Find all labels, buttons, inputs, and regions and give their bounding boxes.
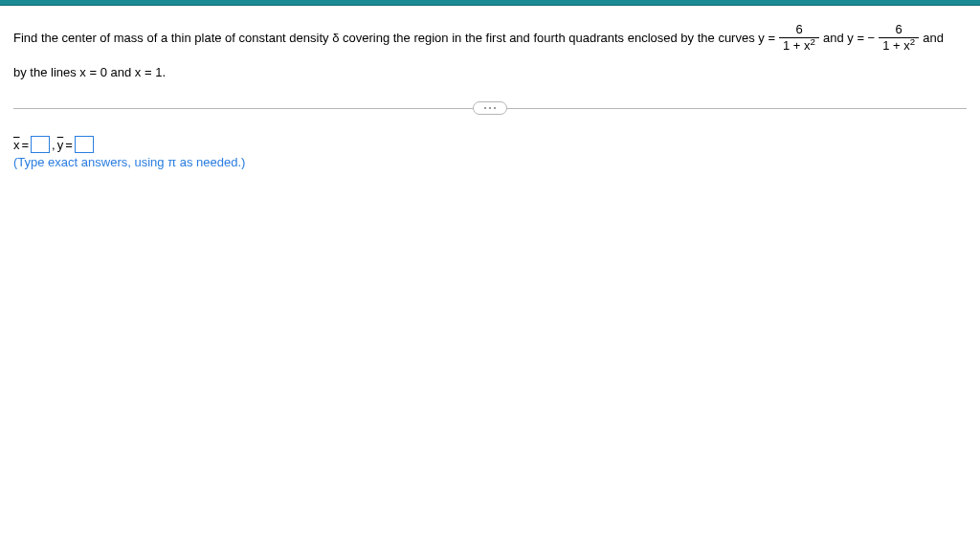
answer-line: x = , y = <box>13 136 967 153</box>
ybar-label: y <box>57 138 64 152</box>
equals-2: = <box>65 138 73 152</box>
fraction-1: 6 1 + x2 <box>779 23 819 54</box>
frac1-den: 1 + x2 <box>779 39 819 53</box>
comma: , <box>52 138 56 152</box>
xbar-input[interactable] <box>31 136 50 153</box>
question-content: Find the center of mass of a thin plate … <box>0 6 980 169</box>
question-text: Find the center of mass of a thin plate … <box>13 23 967 81</box>
question-mid1: and y = − <box>823 29 875 48</box>
equals-1: = <box>22 138 30 152</box>
frac1-num: 6 <box>790 23 808 36</box>
fraction-2: 6 1 + x2 <box>879 23 919 54</box>
frac1-den-sup: 2 <box>811 36 815 47</box>
expand-button[interactable] <box>473 101 507 115</box>
frac2-den: 1 + x2 <box>879 39 919 53</box>
question-part1: Find the center of mass of a thin plate … <box>13 29 775 48</box>
answer-hint: (Type exact answers, using π as needed.) <box>13 155 967 169</box>
frac2-num: 6 <box>890 23 908 36</box>
xbar-label: x <box>13 138 20 152</box>
ybar-input[interactable] <box>75 136 94 153</box>
frac1-den-pre: 1 + x <box>783 38 811 53</box>
frac2-den-sup: 2 <box>910 36 915 47</box>
question-tail: and <box>923 29 944 48</box>
question-part2: by the lines x = 0 and x = 1. <box>13 65 166 79</box>
divider <box>13 108 967 109</box>
frac2-den-pre: 1 + x <box>882 38 910 53</box>
answer-area: x = , y = (Type exact answers, using π a… <box>13 136 967 169</box>
ellipsis-icon <box>484 107 496 109</box>
